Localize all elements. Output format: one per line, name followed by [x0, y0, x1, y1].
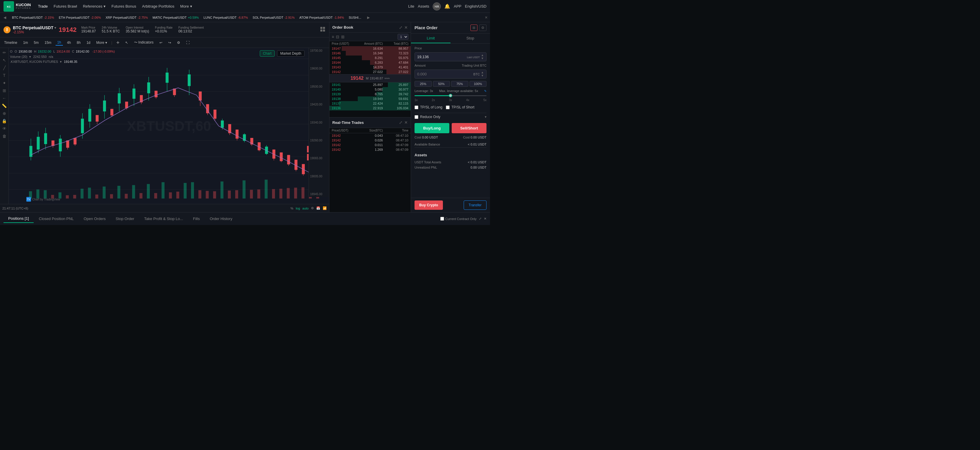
- nav-references[interactable]: References ▾: [83, 4, 105, 8]
- sell-short-button[interactable]: Sell/Short: [452, 123, 487, 133]
- bell-icon[interactable]: 🔔: [444, 3, 450, 9]
- ticker-sushi[interactable]: SUSHI...: [349, 16, 361, 19]
- amount-decrement-icon[interactable]: ▼: [481, 74, 484, 77]
- crosshair-icon[interactable]: ✛: [115, 40, 121, 45]
- transfer-button[interactable]: Transfer: [464, 200, 487, 210]
- line-tool-icon[interactable]: ╱: [3, 65, 6, 70]
- language-btn[interactable]: English/USD: [465, 4, 487, 8]
- logo[interactable]: KC KUCOIN FUTURES: [3, 1, 31, 12]
- cursor-icon[interactable]: ↖: [123, 40, 130, 45]
- pencil-icon[interactable]: ✏: [3, 50, 6, 55]
- tab-take-profit[interactable]: Take Profit & Stop Lo...: [140, 215, 188, 223]
- grid-layout-icon[interactable]: [320, 26, 326, 33]
- current-contract-checkbox[interactable]: [440, 217, 444, 220]
- buy-crypto-button[interactable]: Buy Crypto: [415, 200, 443, 210]
- ob-sell-row[interactable]: 19143 14.379 41.401: [329, 65, 411, 70]
- chart-tb-5m[interactable]: 5m: [32, 40, 41, 45]
- ob-layout-sell-icon[interactable]: ⊟: [336, 35, 339, 39]
- ob-buy-row[interactable]: 19141 25.897 25.897: [329, 82, 411, 87]
- pct-50-btn[interactable]: 50%: [433, 81, 450, 87]
- ticker-sol[interactable]: SOL Perpetual/USDT -2.91%: [253, 16, 295, 19]
- order-type-icon-btn[interactable]: ⊞: [470, 25, 477, 31]
- auto-btn[interactable]: auto: [302, 207, 309, 210]
- tab-stop-order[interactable]: Stop Order: [111, 215, 139, 223]
- log-btn[interactable]: log: [296, 207, 300, 210]
- redo-icon[interactable]: ↪: [167, 40, 173, 45]
- calendar-icon[interactable]: 📅: [316, 206, 320, 210]
- ob-size-select[interactable]: 1: [398, 34, 408, 40]
- chart-tb-more[interactable]: More ▾: [94, 40, 109, 45]
- ticker-atom[interactable]: ATOM Perpetual/USDT -1.84%: [299, 16, 344, 19]
- settings-order-icon-btn[interactable]: ⚙: [479, 25, 487, 31]
- tab-open-orders[interactable]: Open Orders: [79, 215, 110, 223]
- ob-expand-icon[interactable]: ⤢: [399, 25, 402, 30]
- pct-75-btn[interactable]: 75%: [451, 81, 468, 87]
- settings-icon[interactable]: ⚙: [175, 40, 182, 45]
- chart-tb-4h[interactable]: 4h: [65, 40, 73, 45]
- tab-order-history[interactable]: Order History: [205, 215, 237, 223]
- expand-icon[interactable]: ⛶: [184, 40, 191, 45]
- ticker-lunc[interactable]: LUNC Perpetual/USDT -6.87%: [204, 16, 248, 19]
- ob-buy-row[interactable]: 19137 22.424 82.115: [329, 101, 411, 106]
- symbol-dropdown-icon[interactable]: ▾: [54, 26, 56, 30]
- chart-settings-icon[interactable]: ⚙: [311, 206, 314, 210]
- ob-sell-row[interactable]: 19144 6.283 47.684: [329, 60, 411, 65]
- tab-stop[interactable]: Stop: [450, 33, 490, 43]
- ticker-next-icon[interactable]: ▶: [366, 16, 371, 20]
- ob-sell-row[interactable]: 19145 8.291 55.975: [329, 55, 411, 60]
- measure-icon[interactable]: ⊞: [3, 88, 6, 93]
- nav-futures-bonus[interactable]: Futures Bonus: [111, 4, 136, 8]
- lite-btn[interactable]: Lite: [408, 4, 414, 8]
- chart-tb-1d[interactable]: 1d: [85, 40, 92, 45]
- tab-fills[interactable]: Fills: [188, 215, 204, 223]
- ob-close-icon[interactable]: ✕: [404, 25, 408, 30]
- nav-more[interactable]: More ▾: [180, 4, 192, 8]
- chart-tb-1h[interactable]: 1h: [56, 40, 63, 46]
- price-input[interactable]: [417, 55, 467, 59]
- expand-bottom-icon[interactable]: ⤢: [479, 217, 482, 220]
- price-increment-icon[interactable]: ▲: [481, 54, 484, 57]
- chart-tb-timeline[interactable]: Timeline: [2, 40, 19, 45]
- ob-buy-row[interactable]: 19138 19.949 59.691: [329, 97, 411, 101]
- reduce-only-checkbox[interactable]: [415, 115, 418, 119]
- nav-trade[interactable]: Trade: [38, 4, 48, 8]
- nav-arbitrage[interactable]: Arbitrage Portfolios: [142, 4, 175, 8]
- symbol-name[interactable]: BTC Perpetual/USDT: [13, 25, 53, 30]
- ticker-eth[interactable]: ETH Perpetual/USDT -2.06%: [59, 16, 101, 19]
- ticker-xrp[interactable]: XRP Perpetual/USDT -2.75%: [106, 16, 148, 19]
- indicators-btn[interactable]: 〜 Indicators: [132, 40, 155, 46]
- pattern-icon[interactable]: ✦: [3, 81, 6, 85]
- undo-icon[interactable]: ↩: [158, 40, 164, 45]
- pct-100-btn[interactable]: 100%: [469, 81, 487, 87]
- tab-closed-pnl[interactable]: Closed Position PNL: [34, 215, 78, 223]
- app-btn[interactable]: APP: [454, 4, 461, 8]
- ruler-icon[interactable]: 📏: [2, 103, 7, 108]
- zoom-icon[interactable]: ⊕: [3, 111, 6, 116]
- ticker-matic[interactable]: MATIC Perpetual/USDT +0.59%: [153, 16, 199, 19]
- amount-increment-icon[interactable]: ▲: [481, 71, 484, 74]
- close-bottom-icon[interactable]: ✕: [484, 217, 487, 220]
- tp-sl-short-checkbox[interactable]: [446, 106, 450, 109]
- reduce-expand-icon[interactable]: ▾: [485, 115, 487, 119]
- cursor-tool-icon[interactable]: ↖: [3, 58, 6, 63]
- price-decrement-icon[interactable]: ▼: [481, 57, 484, 60]
- rtt-close-icon[interactable]: ✕: [404, 120, 408, 125]
- amount-input[interactable]: [417, 72, 473, 76]
- leverage-edit-icon[interactable]: ✎: [484, 89, 487, 93]
- ob-sell-row[interactable]: 19147 16.634 88.957: [329, 46, 411, 51]
- ticker-close-icon[interactable]: ✕: [485, 16, 488, 20]
- arrow-back-icon[interactable]: ←: [2, 96, 6, 100]
- ob-sell-row[interactable]: 19146 16.348 72.323: [329, 51, 411, 55]
- leverage-slider[interactable]: [415, 93, 487, 98]
- text-tool-icon[interactable]: T: [3, 73, 6, 78]
- wifi-icon[interactable]: 📶: [323, 206, 327, 210]
- chart-tb-8h[interactable]: 8h: [75, 40, 82, 45]
- nav-futures-brawl[interactable]: Futures Brawl: [54, 4, 77, 8]
- ob-buy-row[interactable]: 19140 5.080 30.977: [329, 87, 411, 92]
- ticker-btc[interactable]: BTC Perpetual/USDT -2.15%: [12, 16, 54, 19]
- assets-btn[interactable]: Assets: [418, 4, 429, 8]
- tab-limit[interactable]: Limit: [411, 33, 450, 43]
- trash-icon[interactable]: 🗑: [2, 134, 6, 138]
- ticker-prev-icon[interactable]: ◀: [2, 16, 7, 20]
- avatar[interactable]: HA: [433, 2, 441, 11]
